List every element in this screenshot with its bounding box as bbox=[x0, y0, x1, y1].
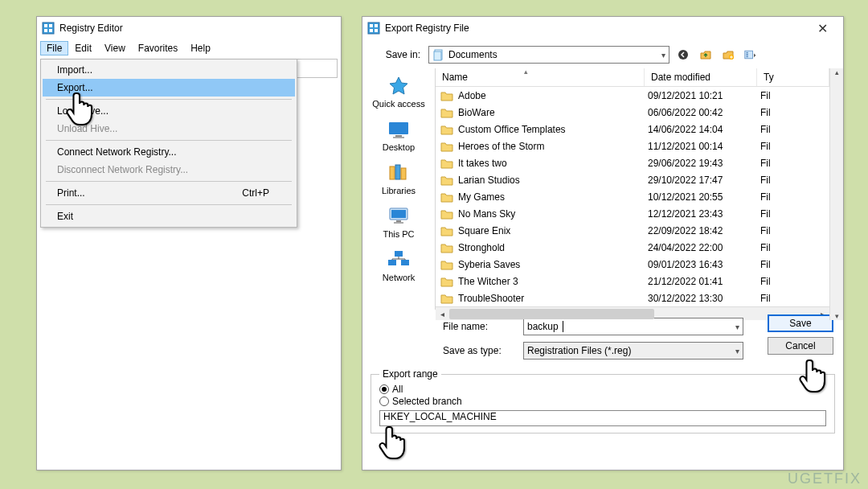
regedit-icon bbox=[367, 22, 380, 35]
svg-rect-23 bbox=[401, 168, 406, 179]
svg-rect-19 bbox=[395, 135, 402, 137]
menu-connect-network[interactable]: Connect Network Registry... bbox=[43, 143, 295, 161]
horizontal-scrollbar[interactable]: ◂ ▸ bbox=[436, 306, 829, 320]
svg-rect-22 bbox=[395, 165, 400, 179]
export-range-group: Export range All Selected branch HKEY_LO… bbox=[371, 374, 835, 434]
titlebar: Registry Editor bbox=[37, 17, 341, 39]
back-button[interactable] bbox=[674, 46, 692, 64]
vertical-scrollbar[interactable]: ▴ ▾ bbox=[829, 68, 843, 320]
view-menu-button[interactable] bbox=[742, 46, 760, 64]
export-dialog: Export Registry File ✕ Save in: Document… bbox=[362, 16, 844, 471]
svg-rect-27 bbox=[394, 222, 403, 224]
menu-file[interactable]: File bbox=[40, 41, 68, 55]
table-row[interactable]: Larian Studios29/10/2022 17:47Fil bbox=[436, 171, 829, 188]
column-type[interactable]: Ty bbox=[757, 68, 829, 86]
up-one-level-button[interactable] bbox=[697, 46, 714, 64]
folder-icon bbox=[440, 191, 453, 203]
cancel-button[interactable]: Cancel bbox=[768, 337, 833, 355]
place-this-pc[interactable]: This PC bbox=[383, 203, 414, 244]
file-name-label: File name: bbox=[443, 321, 515, 332]
save-as-type-combo[interactable]: Registration Files (*.reg) ▾ bbox=[523, 342, 743, 360]
table-row[interactable]: Square Enix22/09/2022 18:42Fil bbox=[436, 222, 829, 239]
table-row[interactable]: No Mans Sky12/12/2021 23:43Fil bbox=[436, 205, 829, 222]
place-network[interactable]: Network bbox=[383, 247, 415, 287]
menu-import[interactable]: Import... bbox=[43, 61, 295, 79]
menubar: File Edit View Favorites Help bbox=[37, 39, 341, 57]
folder-icon bbox=[440, 275, 453, 288]
svg-rect-25 bbox=[391, 210, 406, 218]
svg-rect-9 bbox=[375, 29, 378, 32]
menu-favorites[interactable]: Favorites bbox=[132, 41, 184, 55]
table-row[interactable]: Heroes of the Storm11/12/2021 00:14Fil bbox=[436, 138, 829, 154]
close-button[interactable]: ✕ bbox=[806, 21, 838, 36]
folder-icon bbox=[440, 157, 453, 170]
place-quick-access[interactable]: Quick access bbox=[372, 73, 424, 113]
svg-rect-8 bbox=[370, 29, 373, 32]
new-folder-button[interactable] bbox=[719, 46, 737, 64]
table-row[interactable]: The Witcher 321/12/2022 01:41Fil bbox=[436, 273, 829, 290]
chevron-down-icon: ▾ bbox=[735, 323, 739, 331]
documents-icon bbox=[432, 48, 445, 61]
place-libraries[interactable]: Libraries bbox=[382, 160, 416, 200]
svg-rect-20 bbox=[393, 137, 404, 138]
svg-rect-15 bbox=[746, 52, 747, 54]
folder-icon bbox=[440, 140, 453, 153]
folder-icon bbox=[440, 292, 453, 305]
folder-icon bbox=[440, 224, 453, 237]
file-name-input[interactable]: backup ▾ bbox=[523, 318, 743, 335]
column-name[interactable]: Name bbox=[436, 68, 645, 86]
menu-export[interactable]: Export... bbox=[43, 79, 295, 97]
menu-print[interactable]: Print...Ctrl+P bbox=[43, 184, 295, 202]
menu-help[interactable]: Help bbox=[184, 41, 217, 55]
column-date-modified[interactable]: Date modified bbox=[645, 68, 757, 86]
table-row[interactable]: BioWare06/06/2022 00:42Fil bbox=[436, 104, 829, 121]
menu-exit[interactable]: Exit bbox=[43, 208, 295, 225]
folder-icon bbox=[440, 89, 453, 102]
svg-rect-1 bbox=[44, 24, 47, 27]
menu-view[interactable]: View bbox=[98, 41, 132, 55]
registry-editor-window: Registry Editor File Edit View Favorites… bbox=[36, 16, 342, 471]
menu-disconnect-network: Disconnect Network Registry... bbox=[43, 161, 295, 179]
svg-rect-17 bbox=[746, 56, 747, 58]
svg-rect-14 bbox=[745, 51, 753, 59]
scroll-down-icon[interactable]: ▾ bbox=[830, 312, 843, 320]
svg-rect-30 bbox=[395, 251, 403, 257]
svg-rect-4 bbox=[49, 29, 52, 32]
svg-rect-3 bbox=[44, 29, 47, 32]
table-row[interactable]: My Games10/12/2021 20:55Fil bbox=[436, 188, 829, 205]
sort-indicator-icon: ▴ bbox=[524, 68, 528, 76]
scroll-up-icon[interactable]: ▴ bbox=[830, 68, 843, 76]
chevron-down-icon: ▾ bbox=[735, 347, 739, 355]
table-row[interactable]: Syberia Saves09/01/2023 16:43Fil bbox=[436, 256, 829, 273]
svg-rect-7 bbox=[375, 24, 378, 27]
radio-all[interactable]: All bbox=[379, 384, 826, 395]
place-desktop[interactable]: Desktop bbox=[383, 117, 415, 157]
table-row[interactable]: Stronghold24/04/2022 22:00Fil bbox=[436, 239, 829, 256]
list-header: ▴ Name Date modified Ty bbox=[436, 68, 829, 87]
save-in-combo[interactable]: Documents ▾ bbox=[428, 46, 669, 64]
regedit-icon bbox=[42, 22, 55, 35]
folder-icon bbox=[440, 123, 453, 136]
menu-unload-hive: Unload Hive... bbox=[43, 120, 295, 138]
places-bar: Quick access Desktop Libraries This PC N… bbox=[362, 68, 435, 310]
svg-rect-18 bbox=[389, 122, 408, 134]
save-in-row: Save in: Documents ▾ bbox=[362, 39, 843, 68]
folder-icon bbox=[440, 208, 453, 220]
menu-load-hive[interactable]: Load Hive... bbox=[43, 102, 295, 120]
radio-icon bbox=[379, 384, 389, 394]
radio-selected-branch[interactable]: Selected branch bbox=[379, 396, 826, 407]
folder-icon bbox=[440, 258, 453, 271]
menu-edit[interactable]: Edit bbox=[68, 41, 98, 55]
table-row[interactable]: TroubleShooter30/12/2022 13:30Fil bbox=[436, 290, 829, 306]
svg-rect-2 bbox=[49, 24, 52, 27]
folder-icon bbox=[440, 241, 453, 254]
table-row[interactable]: It takes two29/06/2022 19:43Fil bbox=[436, 154, 829, 171]
svg-rect-11 bbox=[434, 51, 441, 60]
branch-input[interactable]: HKEY_LOCAL_MACHINE bbox=[379, 410, 826, 426]
table-row[interactable]: Adobe09/12/2021 10:21Fil bbox=[436, 87, 829, 104]
svg-rect-21 bbox=[390, 166, 395, 179]
folder-icon bbox=[440, 174, 453, 187]
svg-point-12 bbox=[678, 50, 688, 60]
table-row[interactable]: Custom Office Templates14/06/2022 14:04F… bbox=[436, 121, 829, 138]
svg-rect-26 bbox=[396, 220, 401, 222]
